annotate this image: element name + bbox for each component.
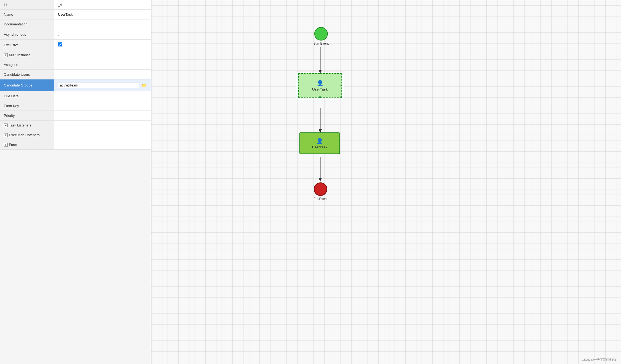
svg-marker-5 [319, 178, 322, 182]
priority-row[interactable]: Priority [0, 111, 151, 121]
assignee-row-label: Assignee [0, 60, 54, 70]
user-task-selected[interactable]: 👤 UserTask [297, 72, 343, 99]
task-listeners-row-value [54, 121, 151, 130]
due-date-row-label: Due Date [0, 91, 54, 101]
handle-ml [298, 85, 299, 86]
name-row-label: Name [0, 10, 54, 19]
asynchronous-row[interactable]: Asynchronous [0, 29, 151, 40]
end-event-label: EndEvent [313, 197, 328, 201]
start-event-label: StartEvent [313, 42, 329, 45]
handle-tr [340, 73, 342, 74]
priority-row-value [54, 111, 151, 121]
due-date-row[interactable]: Due Date [0, 91, 151, 101]
handle-br [340, 96, 342, 98]
handle-bl [298, 96, 299, 98]
user-task-normal-label: UserTask [312, 145, 328, 149]
selected-task-outer: 👤 UserTask [297, 72, 343, 99]
id-row-value: _4 [54, 0, 151, 10]
due-date-row-value [54, 91, 151, 101]
documentation-row-label: Documentation [0, 19, 54, 29]
watermark: CSDN @一天不写程序逃亡 [582, 358, 618, 362]
candidate-users-row-label: Candidate Users [0, 70, 54, 79]
name-row[interactable]: NameUserTask [0, 10, 151, 19]
form-row[interactable]: +Form [0, 140, 151, 150]
end-event-circle [314, 182, 327, 196]
multi-instance-row-value [54, 50, 151, 60]
form-row-expand-icon[interactable]: + [4, 143, 8, 147]
asynchronous-row-checkbox[interactable] [58, 32, 62, 36]
user-task-normal-icon: 👤 [316, 138, 323, 144]
execution-listeners-row[interactable]: +Execution Listeners [0, 130, 151, 140]
candidate-groups-row-value[interactable]: 📁 [54, 79, 151, 91]
user-task-selected-icon: 👤 [317, 80, 323, 86]
id-row-label: Id [0, 0, 54, 10]
bpmn-canvas[interactable]: StartEvent 👤 UserTask [151, 0, 621, 364]
task-listeners-row-text: Task Listeners [9, 123, 31, 127]
multi-instance-row[interactable]: +Multi Instance [0, 50, 151, 60]
handle-mr [340, 85, 342, 86]
candidate-groups-row-label: Candidate Groups [0, 79, 54, 91]
multi-instance-row-text: Multi Instance [9, 53, 31, 57]
handle-tl [298, 73, 299, 74]
execution-listeners-row-expand-icon[interactable]: + [4, 133, 8, 137]
multi-instance-row-expand-icon[interactable]: + [4, 53, 8, 57]
form-row-text: Form [9, 143, 17, 147]
exclusive-row-checkbox[interactable] [58, 42, 62, 46]
exclusive-row[interactable]: Exclusive [0, 40, 151, 50]
user-task-normal[interactable]: 👤 UserTask [299, 132, 340, 154]
exclusive-row-label: Exclusive [0, 40, 54, 50]
execution-listeners-row-text: Execution Listeners [9, 133, 39, 137]
handle-bc [319, 96, 321, 98]
candidate-users-row[interactable]: Candidate Users [0, 70, 151, 79]
exclusive-row-value [54, 40, 151, 50]
documentation-row[interactable]: Documentation [0, 19, 151, 29]
properties-table: Id_4NameUserTaskDocumentationAsynchronou… [0, 0, 151, 150]
start-event[interactable]: StartEvent [313, 27, 329, 45]
task-listeners-row[interactable]: +Task Listeners [0, 121, 151, 130]
properties-panel: Id_4NameUserTaskDocumentationAsynchronou… [0, 0, 151, 364]
multi-instance-row-label: +Multi Instance [0, 50, 54, 60]
asynchronous-row-value [54, 29, 151, 40]
id-row[interactable]: Id_4 [0, 0, 151, 10]
normal-task-box: 👤 UserTask [299, 132, 340, 154]
execution-listeners-row-value [54, 130, 151, 140]
assignee-row-value [54, 60, 151, 70]
selected-task-inner: 👤 UserTask [298, 73, 342, 98]
start-event-circle [314, 27, 328, 41]
bpmn-connectors [151, 0, 621, 364]
task-listeners-row-label: +Task Listeners [0, 121, 54, 130]
candidate-groups-row-input[interactable] [58, 82, 139, 88]
documentation-row-value [54, 19, 151, 29]
user-task-selected-label: UserTask [312, 87, 328, 91]
asynchronous-row-label: Asynchronous [0, 29, 54, 40]
form-key-row[interactable]: Form Key [0, 101, 151, 111]
candidate-groups-row[interactable]: Candidate Groups📁 [0, 79, 151, 91]
execution-listeners-row-label: +Execution Listeners [0, 130, 54, 140]
candidate-groups-row-folder-btn[interactable]: 📁 [141, 82, 147, 88]
form-key-row-label: Form Key [0, 101, 54, 111]
form-row-label: +Form [0, 140, 54, 150]
form-key-row-value [54, 101, 151, 111]
priority-row-label: Priority [0, 111, 54, 121]
end-event[interactable]: EndEvent [313, 182, 328, 201]
form-row-value [54, 140, 151, 150]
task-listeners-row-expand-icon[interactable]: + [4, 123, 8, 127]
name-row-value: UserTask [54, 10, 151, 19]
assignee-row[interactable]: Assignee [0, 60, 151, 70]
candidate-users-row-value [54, 70, 151, 79]
handle-tc [319, 73, 321, 74]
canvas-panel: StartEvent 👤 UserTask [151, 0, 621, 364]
